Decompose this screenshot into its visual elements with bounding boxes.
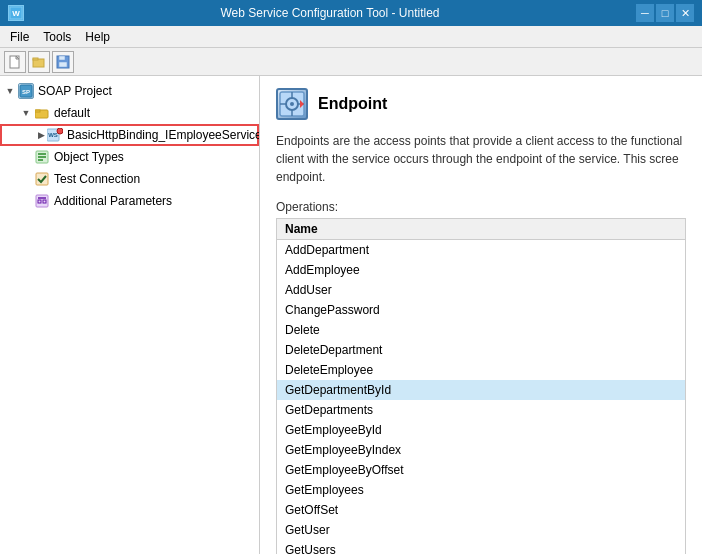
endpoint-header: Endpoint xyxy=(276,88,686,120)
maximize-button[interactable]: □ xyxy=(656,4,674,22)
additional-params-label: Additional Parameters xyxy=(54,194,172,208)
expand-params-arrow: ▶ xyxy=(20,195,32,207)
operation-row-get-offset[interactable]: GetOffSet xyxy=(277,500,685,520)
tree-item-additional-params[interactable]: ▶ Additional Parameters xyxy=(0,190,259,212)
right-panel: Endpoint Endpoints are the access points… xyxy=(260,76,702,554)
menu-file[interactable]: File xyxy=(4,29,35,45)
minimize-button[interactable]: ─ xyxy=(636,4,654,22)
expand-test-arrow: ▶ xyxy=(20,173,32,185)
svg-text:W: W xyxy=(12,9,20,18)
operations-table: Name AddDepartmentAddEmployeeAddUserChan… xyxy=(276,218,686,554)
operation-row-get-depts[interactable]: GetDepartments xyxy=(277,400,685,420)
test-connection-icon xyxy=(34,171,50,187)
operation-row-add-user[interactable]: AddUser xyxy=(277,280,685,300)
svg-text:SP: SP xyxy=(22,89,30,95)
expand-binding-arrow: ▶ xyxy=(38,129,45,141)
soap-project-label: SOAP Project xyxy=(38,84,112,98)
tree-item-default[interactable]: ▼ default xyxy=(0,102,259,124)
binding-icon: WS xyxy=(47,127,63,143)
app-icon: W xyxy=(8,5,24,21)
operation-row-get-dept-by-id[interactable]: GetDepartmentById xyxy=(277,380,685,400)
svg-rect-5 xyxy=(33,58,38,60)
svg-rect-12 xyxy=(35,110,40,112)
operation-row-get-user[interactable]: GetUser xyxy=(277,520,685,540)
endpoint-icon xyxy=(276,88,308,120)
new-button[interactable] xyxy=(4,51,26,73)
menu-help[interactable]: Help xyxy=(79,29,116,45)
operation-row-get-emp-by-index[interactable]: GetEmployeeByIndex xyxy=(277,440,685,460)
close-button[interactable]: ✕ xyxy=(676,4,694,22)
svg-rect-8 xyxy=(59,62,67,67)
operation-row-get-emps[interactable]: GetEmployees xyxy=(277,480,685,500)
svg-point-27 xyxy=(290,102,294,106)
expand-default-arrow: ▼ xyxy=(20,107,32,119)
tree-item-object-types[interactable]: ▶ Object Types xyxy=(0,146,259,168)
svg-text:WS: WS xyxy=(48,132,58,138)
operations-label: Operations: xyxy=(276,200,686,214)
window-title: Web Service Configuration Tool - Untitle… xyxy=(24,6,636,20)
tree-panel: ▼ SP SOAP Project ▼ default ▶ xyxy=(0,76,260,554)
test-connection-label: Test Connection xyxy=(54,172,140,186)
default-label: default xyxy=(54,106,90,120)
operation-row-get-emp-by-offset[interactable]: GetEmployeeByOffset xyxy=(277,460,685,480)
folder-icon xyxy=(34,105,50,121)
object-types-label: Object Types xyxy=(54,150,124,164)
expand-objects-arrow: ▶ xyxy=(20,151,32,163)
operation-row-delete-emp[interactable]: DeleteEmployee xyxy=(277,360,685,380)
toolbar xyxy=(0,48,702,76)
soap-icon: SP xyxy=(18,83,34,99)
operation-row-delete[interactable]: Delete xyxy=(277,320,685,340)
operations-header: Name xyxy=(277,219,685,240)
operation-row-change-pwd[interactable]: ChangePassword xyxy=(277,300,685,320)
tree-item-test-connection[interactable]: ▶ Test Connection xyxy=(0,168,259,190)
title-bar: W Web Service Configuration Tool - Untit… xyxy=(0,0,702,26)
open-button[interactable] xyxy=(28,51,50,73)
object-types-icon xyxy=(34,149,50,165)
operation-row-add-dept[interactable]: AddDepartment xyxy=(277,240,685,260)
svg-point-15 xyxy=(57,128,63,134)
svg-rect-20 xyxy=(36,173,48,185)
operation-row-get-users[interactable]: GetUsers xyxy=(277,540,685,554)
endpoint-description: Endpoints are the access points that pro… xyxy=(276,132,686,186)
operation-row-get-emp-by-id[interactable]: GetEmployeeById xyxy=(277,420,685,440)
window-controls: ─ □ ✕ xyxy=(636,4,694,22)
binding-label: BasicHttpBinding_IEmployeeService xyxy=(67,128,260,142)
main-area: ▼ SP SOAP Project ▼ default ▶ xyxy=(0,76,702,554)
tree-item-binding[interactable]: ▶ WS BasicHttpBinding_IEmployeeService xyxy=(0,124,259,146)
endpoint-title: Endpoint xyxy=(318,95,387,113)
expand-soap-arrow: ▼ xyxy=(4,85,16,97)
operation-row-add-emp[interactable]: AddEmployee xyxy=(277,260,685,280)
tree-item-soap-project[interactable]: ▼ SP SOAP Project xyxy=(0,80,259,102)
additional-params-icon xyxy=(34,193,50,209)
menu-tools[interactable]: Tools xyxy=(37,29,77,45)
operation-row-delete-dept[interactable]: DeleteDepartment xyxy=(277,340,685,360)
operations-list: AddDepartmentAddEmployeeAddUserChangePas… xyxy=(277,240,685,554)
save-button[interactable] xyxy=(52,51,74,73)
menu-bar: File Tools Help xyxy=(0,26,702,48)
svg-rect-7 xyxy=(59,56,65,60)
